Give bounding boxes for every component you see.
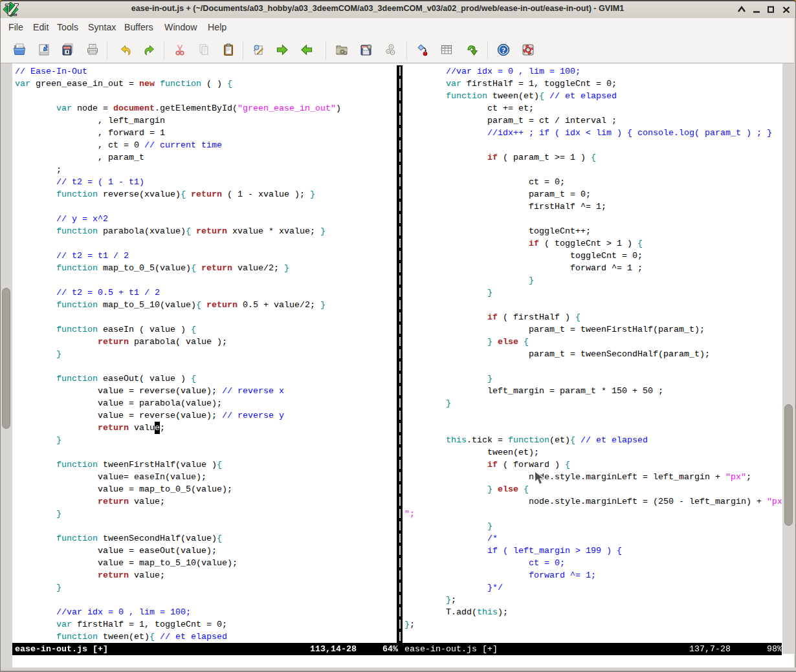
svg-text:?: ? [502,46,505,55]
